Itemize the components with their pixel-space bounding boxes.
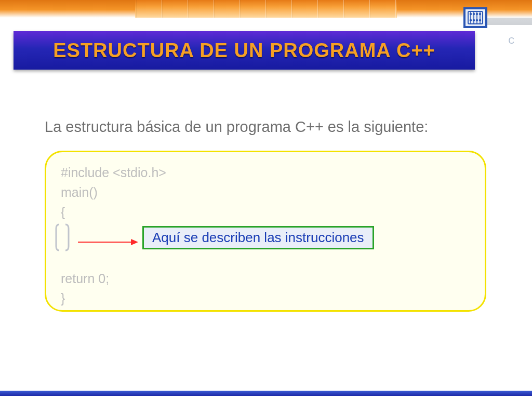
svg-point-12 [479,19,481,21]
top-orange-bar [0,0,532,18]
bottom-blue-bar [0,391,532,396]
side-letter: C [508,36,517,46]
code-line-main: main() [61,182,470,202]
slide-title-bar: ESTRUCTURA DE UN PROGRAMA C++ [14,31,475,70]
code-line-openbrace: { [61,202,470,222]
svg-point-9 [470,19,472,21]
arrow-icon [77,237,139,238]
svg-point-6 [473,13,475,15]
top-bar-notches [136,0,396,18]
bracket-icon [52,222,73,252]
abacus-icon [463,7,487,28]
svg-point-5 [470,13,472,15]
svg-point-10 [473,19,475,21]
code-line-return: return 0; [61,269,470,288]
intro-text: La estructura básica de un programa C++ … [45,118,501,136]
code-line-closebrace: } [61,288,470,308]
svg-marker-14 [131,239,138,245]
svg-point-8 [479,13,481,15]
instructions-callout: Aquí se describen las instrucciones [142,226,374,249]
code-line-include: #include <stdio.h> [61,163,470,182]
svg-point-11 [476,19,478,21]
instructions-placeholder-row: Aquí se describen las instrucciones [52,222,364,252]
grey-accent-bar [486,18,532,25]
slide-title: ESTRUCTURA DE UN PROGRAMA C++ [53,39,435,62]
svg-point-7 [476,13,478,15]
